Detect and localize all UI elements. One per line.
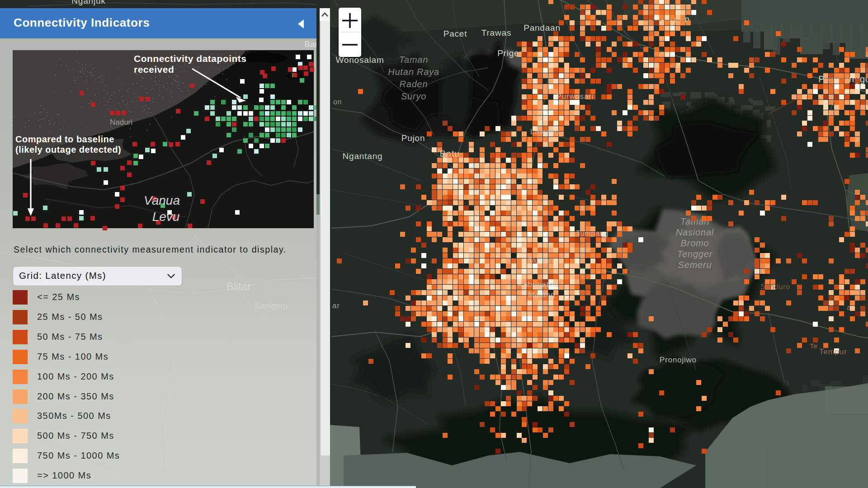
svg-text:Ngantang: Ngantang [343,151,383,161]
svg-text:on: on [333,98,342,106]
svg-text:Tumpang: Tumpang [576,230,609,237]
svg-text:Hutan Raya: Hutan Raya [388,67,439,77]
svg-text:Te: Te [810,342,817,350]
svg-text:Tengger: Tengger [677,249,713,259]
svg-text:Levu: Levu [152,210,180,224]
svg-text:Pronojiwo: Pronojiwo [660,356,697,364]
svg-text:Pacet: Pacet [443,29,467,38]
svg-text:ar: ar [332,301,340,310]
svg-text:received: received [134,64,174,75]
svg-text:Pandaan: Pandaan [524,23,561,33]
svg-text:Tempur: Tempur [819,347,847,356]
svg-text:Senduro: Senduro [760,283,790,291]
svg-text:Raden: Raden [400,79,428,89]
svg-text:Semeru: Semeru [678,260,712,270]
svg-text:Purwosari: Purwosari [557,92,594,101]
svg-text:Compared to baseline: Compared to baseline [15,134,114,144]
svg-text:Naduri: Naduri [110,118,132,127]
svg-text:Tajinan: Tajinan [528,256,553,264]
svg-text:Suryo: Suryo [401,91,426,101]
svg-text:Trawas: Trawas [481,28,511,38]
svg-text:Kabupaten: Kabupaten [518,280,558,289]
svg-text:Malang: Malang [528,291,556,299]
svg-text:Vanua: Vanua [144,193,180,207]
svg-text:(likely outage detected): (likely outage detected) [15,145,121,155]
svg-text:Pujon: Pujon [401,133,425,143]
svg-text:Nasional: Nasional [676,227,714,237]
svg-text:Connectivity datapoints: Connectivity datapoints [134,53,247,64]
svg-text:Taman: Taman [399,55,428,65]
svg-text:Lawang: Lawang [530,127,559,136]
svg-text:Bromo: Bromo [681,238,709,248]
svg-text:Batu: Batu [440,149,460,159]
